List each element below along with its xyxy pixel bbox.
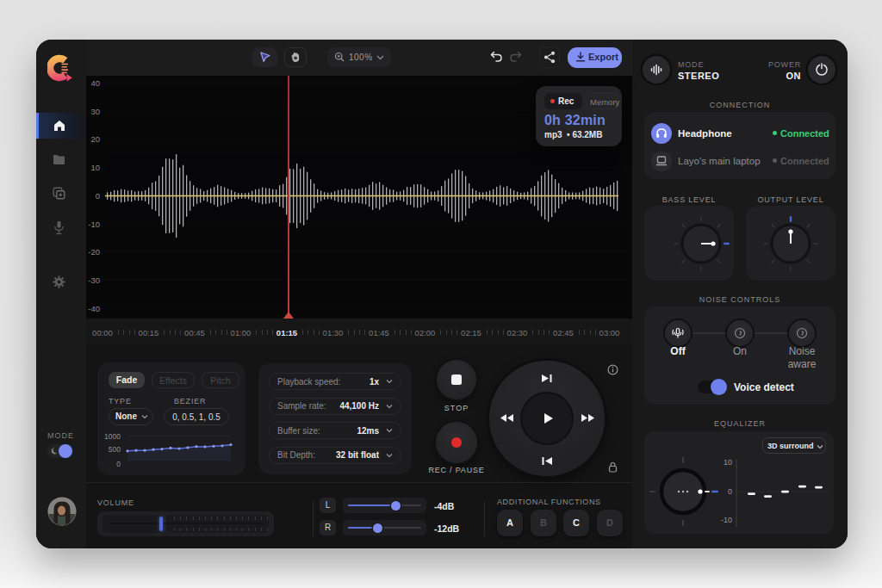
svg-text:10: 10: [724, 458, 732, 467]
svg-text:-10: -10: [721, 516, 732, 524]
svg-text:0: 0: [728, 487, 732, 496]
